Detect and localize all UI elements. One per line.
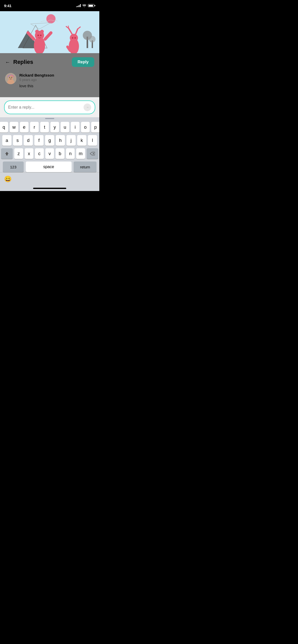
svg-point-1 — [46, 14, 56, 23]
emoji-bar: 😄 — [0, 172, 99, 185]
keyboard-row-1: q w e r t y u i o p — [1, 122, 98, 133]
key-u[interactable]: u — [61, 122, 69, 133]
reply-input[interactable] — [8, 105, 84, 110]
signal-icon — [76, 4, 81, 7]
home-bar — [33, 188, 66, 189]
key-a[interactable]: a — [2, 135, 11, 146]
key-v[interactable]: v — [45, 148, 54, 159]
reply-button[interactable]: Reply — [72, 57, 94, 67]
keyboard-row-4: 123 space return — [1, 162, 98, 172]
comment-text: love this — [19, 84, 94, 88]
svg-point-33 — [11, 77, 12, 78]
key-t[interactable]: t — [40, 122, 49, 133]
emoji-button[interactable]: 😄 — [4, 175, 12, 183]
keyboard-drag-handle — [0, 117, 99, 120]
key-y[interactable]: y — [50, 122, 59, 133]
key-n[interactable]: n — [66, 148, 75, 159]
delete-key[interactable] — [87, 148, 98, 159]
send-button[interactable]: ↑ — [84, 104, 91, 111]
replies-title: Replies — [13, 59, 33, 65]
key-m[interactable]: m — [76, 148, 85, 159]
key-k[interactable]: k — [77, 135, 86, 146]
avatar — [5, 73, 16, 84]
key-r[interactable]: r — [30, 122, 39, 133]
svg-point-28 — [89, 36, 96, 42]
reply-input-area: ↑ — [0, 97, 99, 117]
comment-time: 5 years ago — [19, 78, 94, 82]
keyboard-row-3: z x c v b n m — [1, 148, 98, 159]
svg-line-19 — [68, 26, 69, 28]
send-arrow-icon: ↑ — [85, 107, 89, 108]
key-d[interactable]: d — [24, 135, 33, 146]
keyboard: q w e r t y u i o p a s d f g h j k l z … — [0, 120, 99, 172]
svg-point-24 — [74, 37, 76, 39]
key-f[interactable]: f — [34, 135, 44, 146]
key-z[interactable]: z — [14, 148, 23, 159]
key-e[interactable]: e — [20, 122, 29, 133]
key-l[interactable]: l — [88, 135, 97, 146]
key-i[interactable]: i — [71, 122, 79, 133]
svg-point-23 — [72, 37, 73, 39]
back-button[interactable]: ← — [5, 60, 10, 65]
illustration-area — [0, 11, 99, 53]
replies-header-left: ← Replies — [5, 59, 33, 65]
key-b[interactable]: b — [56, 148, 64, 159]
key-h[interactable]: h — [56, 135, 65, 146]
key-q[interactable]: q — [0, 122, 8, 133]
space-key[interactable]: space — [26, 162, 72, 172]
home-indicator — [0, 185, 99, 191]
return-key[interactable]: return — [74, 162, 97, 172]
battery-icon — [88, 4, 94, 7]
comment-item: Rickard Bengtsson 5 years ago love this — [5, 72, 94, 93]
svg-point-32 — [9, 77, 10, 78]
status-bar: 9:41 — [0, 0, 99, 11]
svg-point-7 — [40, 30, 44, 33]
key-j[interactable]: j — [66, 135, 76, 146]
status-icons — [76, 4, 94, 7]
comment-content: Rickard Bengtsson 5 years ago love this — [19, 73, 94, 88]
replies-panel: ← Replies Reply Rickard Bengtsson 5 year… — [0, 53, 99, 97]
key-s[interactable]: s — [13, 135, 22, 146]
comment-author: Rickard Bengtsson — [19, 73, 94, 77]
replies-header: ← Replies Reply — [5, 57, 94, 67]
svg-point-10 — [37, 35, 39, 36]
shift-key[interactable] — [1, 148, 13, 159]
status-time: 9:41 — [4, 4, 11, 8]
key-c[interactable]: c — [35, 148, 44, 159]
wifi-icon — [82, 4, 86, 7]
key-p[interactable]: p — [91, 122, 99, 133]
key-x[interactable]: x — [25, 148, 34, 159]
svg-point-11 — [40, 35, 42, 36]
key-g[interactable]: g — [45, 135, 54, 146]
svg-point-16 — [70, 34, 78, 42]
key-w[interactable]: w — [10, 122, 18, 133]
drag-pill — [45, 118, 54, 119]
keyboard-row-2: a s d f g h j k l — [1, 135, 98, 146]
numbers-key[interactable]: 123 — [3, 162, 24, 172]
reply-input-container: ↑ — [4, 100, 95, 114]
svg-point-6 — [35, 30, 39, 33]
key-o[interactable]: o — [81, 122, 90, 133]
